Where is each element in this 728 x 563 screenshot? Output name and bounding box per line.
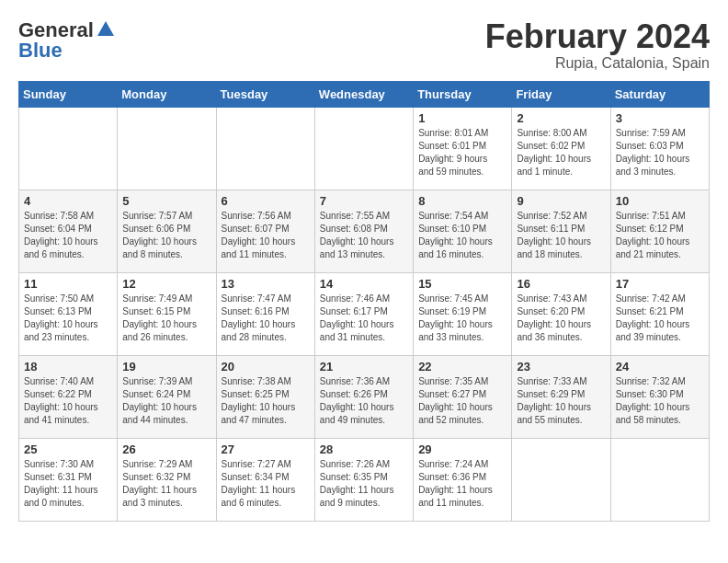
- day-info: Sunrise: 7:47 AM Sunset: 6:16 PM Dayligh…: [222, 293, 310, 344]
- day-info: Sunrise: 7:45 AM Sunset: 6:19 PM Dayligh…: [418, 293, 506, 344]
- header-monday: Monday: [118, 81, 216, 107]
- calendar-cell: [19, 107, 118, 190]
- calendar-cell: 16Sunrise: 7:43 AM Sunset: 6:20 PM Dayli…: [512, 272, 610, 355]
- calendar-cell: 9Sunrise: 7:52 AM Sunset: 6:11 PM Daylig…: [512, 190, 610, 272]
- calendar-cell: 14Sunrise: 7:46 AM Sunset: 6:17 PM Dayli…: [314, 272, 413, 355]
- calendar-week-4: 18Sunrise: 7:40 AM Sunset: 6:22 PM Dayli…: [19, 355, 710, 438]
- day-number: 13: [222, 277, 310, 291]
- day-number: 24: [616, 360, 704, 373]
- day-info: Sunrise: 7:56 AM Sunset: 6:07 PM Dayligh…: [222, 210, 310, 261]
- calendar-cell: 2Sunrise: 8:00 AM Sunset: 6:02 PM Daylig…: [512, 107, 610, 190]
- header-friday: Friday: [512, 81, 610, 107]
- day-info: Sunrise: 7:46 AM Sunset: 6:17 PM Dayligh…: [320, 293, 408, 344]
- day-number: 9: [517, 194, 605, 208]
- calendar-cell: 28Sunrise: 7:26 AM Sunset: 6:35 PM Dayli…: [314, 438, 413, 521]
- day-number: 25: [24, 442, 112, 456]
- day-info: Sunrise: 7:58 AM Sunset: 6:04 PM Dayligh…: [24, 210, 112, 261]
- day-number: 29: [418, 442, 506, 456]
- calendar-cell: [512, 438, 610, 521]
- calendar-cell: 12Sunrise: 7:49 AM Sunset: 6:15 PM Dayli…: [118, 272, 216, 355]
- calendar-cell: 1Sunrise: 8:01 AM Sunset: 6:01 PM Daylig…: [414, 107, 512, 190]
- header-sunday: Sunday: [19, 81, 118, 107]
- calendar-cell: 15Sunrise: 7:45 AM Sunset: 6:19 PM Dayli…: [414, 272, 512, 355]
- calendar-cell: 23Sunrise: 7:33 AM Sunset: 6:29 PM Dayli…: [512, 355, 610, 438]
- calendar-week-5: 25Sunrise: 7:30 AM Sunset: 6:31 PM Dayli…: [19, 438, 710, 521]
- day-info: Sunrise: 7:49 AM Sunset: 6:15 PM Dayligh…: [122, 293, 210, 344]
- calendar-cell: 7Sunrise: 7:55 AM Sunset: 6:08 PM Daylig…: [314, 190, 413, 272]
- day-number: 21: [320, 360, 408, 373]
- day-number: 3: [616, 111, 704, 125]
- calendar-cell: 24Sunrise: 7:32 AM Sunset: 6:30 PM Dayli…: [610, 355, 709, 438]
- calendar-week-1: 1Sunrise: 8:01 AM Sunset: 6:01 PM Daylig…: [19, 107, 710, 190]
- calendar-cell: 13Sunrise: 7:47 AM Sunset: 6:16 PM Dayli…: [216, 272, 314, 355]
- day-number: 5: [122, 194, 210, 208]
- day-info: Sunrise: 7:51 AM Sunset: 6:12 PM Dayligh…: [616, 210, 704, 261]
- calendar-table: SundayMondayTuesdayWednesdayThursdayFrid…: [18, 81, 710, 522]
- day-info: Sunrise: 7:52 AM Sunset: 6:11 PM Dayligh…: [517, 210, 605, 261]
- day-info: Sunrise: 7:29 AM Sunset: 6:32 PM Dayligh…: [122, 458, 210, 510]
- day-info: Sunrise: 7:40 AM Sunset: 6:22 PM Dayligh…: [24, 375, 112, 427]
- svg-marker-0: [97, 21, 114, 36]
- day-number: 1: [418, 111, 506, 125]
- calendar-cell: [216, 107, 314, 190]
- calendar-week-2: 4Sunrise: 7:58 AM Sunset: 6:04 PM Daylig…: [19, 190, 710, 272]
- day-number: 14: [320, 277, 408, 291]
- day-info: Sunrise: 7:55 AM Sunset: 6:08 PM Dayligh…: [320, 210, 408, 261]
- day-info: Sunrise: 7:42 AM Sunset: 6:21 PM Dayligh…: [616, 293, 704, 344]
- day-number: 18: [24, 360, 112, 373]
- day-number: 20: [222, 360, 310, 373]
- day-number: 27: [222, 442, 310, 456]
- day-info: Sunrise: 7:36 AM Sunset: 6:26 PM Dayligh…: [320, 375, 408, 427]
- day-number: 26: [122, 442, 210, 456]
- calendar-cell: 20Sunrise: 7:38 AM Sunset: 6:25 PM Dayli…: [216, 355, 314, 438]
- page-header: General Blue February 2024 Rupia, Catalo…: [18, 18, 710, 72]
- day-number: 17: [616, 277, 704, 291]
- day-number: 10: [616, 194, 704, 208]
- calendar-cell: 25Sunrise: 7:30 AM Sunset: 6:31 PM Dayli…: [19, 438, 118, 521]
- day-number: 4: [24, 194, 112, 208]
- calendar-cell: 5Sunrise: 7:57 AM Sunset: 6:06 PM Daylig…: [118, 190, 216, 272]
- day-info: Sunrise: 7:43 AM Sunset: 6:20 PM Dayligh…: [517, 293, 605, 344]
- day-number: 7: [320, 194, 408, 208]
- day-number: 16: [517, 277, 605, 291]
- calendar-cell: 3Sunrise: 7:59 AM Sunset: 6:03 PM Daylig…: [610, 107, 709, 190]
- day-info: Sunrise: 7:35 AM Sunset: 6:27 PM Dayligh…: [418, 375, 506, 427]
- calendar-cell: 22Sunrise: 7:35 AM Sunset: 6:27 PM Dayli…: [414, 355, 512, 438]
- day-info: Sunrise: 7:54 AM Sunset: 6:10 PM Dayligh…: [418, 210, 506, 261]
- calendar-cell: 8Sunrise: 7:54 AM Sunset: 6:10 PM Daylig…: [414, 190, 512, 272]
- day-info: Sunrise: 7:26 AM Sunset: 6:35 PM Dayligh…: [320, 458, 408, 510]
- calendar-week-3: 11Sunrise: 7:50 AM Sunset: 6:13 PM Dayli…: [19, 272, 710, 355]
- day-number: 28: [320, 442, 408, 456]
- day-number: 8: [418, 194, 506, 208]
- day-number: 6: [222, 194, 310, 208]
- header-thursday: Thursday: [414, 81, 512, 107]
- calendar-cell: 10Sunrise: 7:51 AM Sunset: 6:12 PM Dayli…: [610, 190, 709, 272]
- logo-icon: [96, 19, 116, 40]
- day-info: Sunrise: 7:30 AM Sunset: 6:31 PM Dayligh…: [24, 458, 112, 510]
- day-number: 19: [122, 360, 210, 373]
- calendar-header-row: SundayMondayTuesdayWednesdayThursdayFrid…: [19, 81, 710, 107]
- calendar-cell: 19Sunrise: 7:39 AM Sunset: 6:24 PM Dayli…: [118, 355, 216, 438]
- day-info: Sunrise: 7:38 AM Sunset: 6:25 PM Dayligh…: [222, 375, 310, 427]
- day-number: 23: [517, 360, 605, 373]
- day-info: Sunrise: 7:24 AM Sunset: 6:36 PM Dayligh…: [418, 458, 506, 510]
- calendar-cell: 26Sunrise: 7:29 AM Sunset: 6:32 PM Dayli…: [118, 438, 216, 521]
- day-number: 15: [418, 277, 506, 291]
- day-info: Sunrise: 8:00 AM Sunset: 6:02 PM Dayligh…: [517, 127, 605, 178]
- month-title: February 2024: [485, 18, 710, 55]
- day-number: 12: [122, 277, 210, 291]
- calendar-cell: 4Sunrise: 7:58 AM Sunset: 6:04 PM Daylig…: [19, 190, 118, 272]
- header-tuesday: Tuesday: [216, 81, 314, 107]
- calendar-cell: [314, 107, 413, 190]
- day-info: Sunrise: 7:59 AM Sunset: 6:03 PM Dayligh…: [616, 127, 704, 178]
- logo-blue: Blue: [18, 39, 63, 63]
- day-number: 22: [418, 360, 506, 373]
- logo: General Blue: [18, 18, 116, 63]
- header-saturday: Saturday: [610, 81, 709, 107]
- day-info: Sunrise: 7:39 AM Sunset: 6:24 PM Dayligh…: [122, 375, 210, 427]
- day-info: Sunrise: 7:27 AM Sunset: 6:34 PM Dayligh…: [222, 458, 310, 510]
- day-info: Sunrise: 7:32 AM Sunset: 6:30 PM Dayligh…: [616, 375, 704, 427]
- calendar-cell: 18Sunrise: 7:40 AM Sunset: 6:22 PM Dayli…: [19, 355, 118, 438]
- day-info: Sunrise: 7:57 AM Sunset: 6:06 PM Dayligh…: [122, 210, 210, 261]
- calendar-cell: 6Sunrise: 7:56 AM Sunset: 6:07 PM Daylig…: [216, 190, 314, 272]
